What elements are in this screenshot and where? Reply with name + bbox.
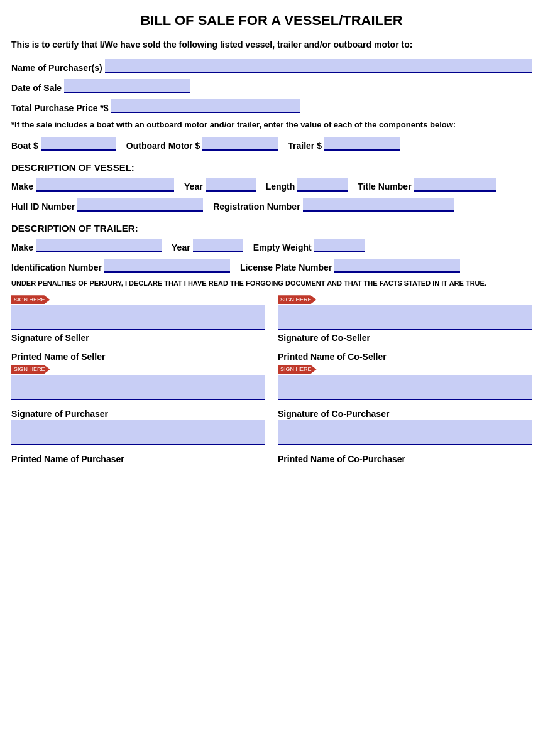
outboard-input[interactable] [202, 137, 278, 151]
license-plate-group: License Plate Number [240, 259, 460, 273]
seller-name-label: Printed Name of Seller [11, 352, 265, 362]
coseller-name-box[interactable] [278, 375, 532, 400]
coseller-sig-label: Signature of Co-Seller [278, 333, 532, 343]
seller-name-arrow: SIGN HERE [11, 365, 50, 374]
empty-weight-input[interactable] [314, 239, 365, 252]
vessel-title-input[interactable] [414, 178, 496, 192]
license-plate-label: License Plate Number [240, 262, 332, 273]
vessel-row2: Hull ID Number Registration Number [11, 198, 532, 212]
coseller-name-label: Printed Name of Co-Seller [278, 352, 532, 362]
purchaser-name-section: Printed Name of Purchaser [11, 451, 265, 465]
trailer-group: Trailer $ [288, 137, 400, 151]
copurchaser-name-section: Printed Name of Co-Purchaser [278, 451, 532, 465]
registration-label: Registration Number [213, 202, 300, 212]
vessel-year-input[interactable] [206, 178, 256, 192]
coseller-sig-arrow: SIGN HERE [278, 295, 317, 304]
trailer-year-input[interactable] [193, 239, 243, 252]
registration-group: Registration Number [213, 198, 453, 212]
vessel-length-input[interactable] [297, 178, 348, 192]
purchaser-name-input[interactable] [105, 59, 532, 73]
copurchaser-sig-label: Signature of Co-Purchaser [278, 409, 532, 419]
vessel-section-title: DESCRIPTION OF VESSEL: [11, 162, 532, 173]
seller-sig-arrow: SIGN HERE [11, 295, 50, 304]
coseller-sig-box[interactable] [278, 305, 532, 330]
trailer-year-label: Year [172, 242, 190, 252]
license-plate-input[interactable] [334, 259, 460, 273]
id-number-label: Identification Number [11, 262, 102, 273]
coseller-name-arrow: SIGN HERE [278, 365, 317, 374]
boat-input[interactable] [41, 137, 116, 151]
vessel-year-group: Year [184, 178, 256, 192]
components-note: *If the sale includes a boat with an out… [11, 119, 532, 131]
seller-name-box[interactable] [11, 375, 265, 400]
seller-name-section: Printed Name of Seller SIGN HERE [11, 349, 265, 401]
purchaser-name-row: Name of Purchaser(s) [11, 59, 532, 73]
vessel-make-label: Make [11, 181, 33, 192]
total-price-label: Total Purchase Price *$ [11, 103, 109, 113]
trailer-row2: Identification Number License Plate Numb… [11, 259, 532, 273]
trailer-amount-label: Trailer $ [288, 141, 322, 151]
seller-sig-label: Signature of Seller [11, 333, 265, 343]
vessel-length-label: Length [266, 181, 295, 192]
date-of-sale-input[interactable] [64, 79, 190, 93]
vessel-title-group: Title Number [358, 178, 495, 192]
trailer-make-label: Make [11, 242, 33, 252]
page-title: BILL OF SALE FOR A VESSEL/TRAILER [11, 13, 532, 29]
empty-weight-label: Empty Weight [253, 242, 312, 252]
total-price-row: Total Purchase Price *$ [11, 99, 532, 113]
vessel-length-group: Length [266, 178, 348, 192]
trailer-row1: Make Year Empty Weight [11, 239, 532, 252]
purchaser-sig-label: Signature of Purchaser [11, 409, 265, 419]
intro-text: This is to certify that I/We have sold t… [11, 39, 532, 51]
penalty-text: UNDER PENALTIES OF PERJURY, I DECLARE TH… [11, 279, 532, 288]
boat-group: Boat $ [11, 137, 116, 151]
hull-id-label: Hull ID Number [11, 202, 75, 212]
seller-sig-section: SIGN HERE Signature of Seller [11, 293, 265, 344]
purchaser-name-label: Name of Purchaser(s) [11, 63, 102, 73]
components-row: Boat $ Outboard Motor $ Trailer $ [11, 137, 532, 151]
boat-label: Boat $ [11, 141, 38, 151]
total-price-input[interactable] [111, 99, 300, 113]
purchaser-sig-section: Signature of Purchaser [11, 406, 265, 446]
empty-weight-group: Empty Weight [253, 239, 365, 252]
purchaser-sig-box[interactable] [11, 420, 265, 445]
id-number-group: Identification Number [11, 259, 230, 273]
purchaser-name-label: Printed Name of Purchaser [11, 454, 265, 464]
trailer-section-title: DESCRIPTION OF TRAILER: [11, 223, 532, 234]
copurchaser-sig-section: Signature of Co-Purchaser [278, 406, 532, 446]
trailer-year-group: Year [172, 239, 243, 252]
outboard-group: Outboard Motor $ [126, 137, 278, 151]
copurchaser-sig-box[interactable] [278, 420, 532, 445]
seller-sig-box[interactable] [11, 305, 265, 330]
date-of-sale-row: Date of Sale [11, 79, 532, 93]
trailer-make-input[interactable] [36, 239, 162, 252]
vessel-year-label: Year [184, 181, 203, 192]
vessel-make-input[interactable] [36, 178, 174, 192]
trailer-amount-input[interactable] [324, 137, 400, 151]
coseller-sig-section: SIGN HERE Signature of Co-Seller [278, 293, 532, 344]
vessel-row1: Make Year Length Title Number [11, 178, 532, 192]
date-of-sale-label: Date of Sale [11, 83, 62, 93]
vessel-title-label: Title Number [358, 181, 411, 192]
vessel-make-group: Make [11, 178, 174, 192]
registration-input[interactable] [303, 198, 454, 212]
outboard-label: Outboard Motor $ [126, 141, 200, 151]
copurchaser-name-label: Printed Name of Co-Purchaser [278, 454, 532, 464]
coseller-name-section: Printed Name of Co-Seller SIGN HERE [278, 349, 532, 401]
hull-id-group: Hull ID Number [11, 198, 203, 212]
signature-grid: SIGN HERE Signature of Seller SIGN HERE … [11, 293, 532, 470]
id-number-input[interactable] [104, 259, 230, 273]
hull-id-input[interactable] [77, 198, 203, 212]
trailer-make-group: Make [11, 239, 162, 252]
